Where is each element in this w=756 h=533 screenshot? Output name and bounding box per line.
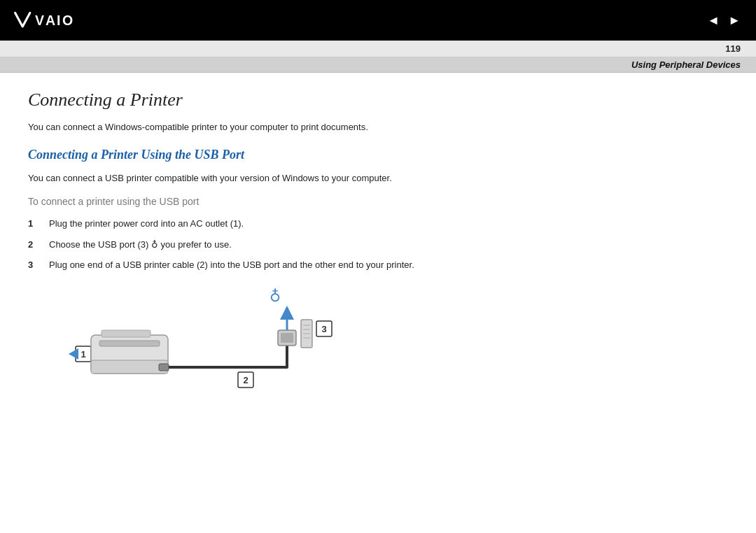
intro-text: You can connect a Windows-compatible pri…: [28, 120, 728, 134]
next-arrow[interactable]: ►: [725, 12, 743, 29]
step-1: 1 Plug the printer power cord into an AC…: [28, 217, 728, 231]
svg-text:O: O: [62, 13, 73, 28]
step-2: 2 Choose the USB port (3) ♁ you prefer t…: [28, 238, 728, 252]
section-title: Using Peripheral Devices: [631, 59, 741, 70]
page-heading: Connecting a Printer: [28, 90, 728, 111]
section-title-bar: Using Peripheral Devices: [0, 57, 756, 73]
step-1-text: Plug the printer power cord into an AC o…: [49, 217, 244, 231]
svg-rect-19: [281, 333, 293, 343]
step-3-text: Plug one end of a USB printer cable (2) …: [49, 258, 414, 272]
vaio-logo: V A I O: [13, 9, 88, 31]
svg-text:♁: ♁: [270, 287, 281, 305]
svg-text:V: V: [35, 13, 44, 28]
main-content: Connecting a Printer You can connect a W…: [0, 73, 756, 439]
svg-rect-10: [91, 360, 168, 374]
svg-text:1: 1: [80, 349, 85, 360]
page-number-bar: 119: [0, 41, 756, 57]
svg-rect-11: [102, 330, 150, 337]
section-heading: Connecting a Printer Using the USB Port: [28, 147, 728, 163]
svg-marker-20: [280, 306, 294, 320]
step-3-number: 3: [28, 258, 45, 272]
diagram-svg: 1 2: [49, 285, 441, 418]
svg-marker-6: [69, 348, 78, 360]
page-number: 119: [725, 43, 741, 54]
step-2-text: Choose the USB port (3) ♁ you prefer to …: [49, 238, 232, 252]
svg-rect-13: [159, 364, 169, 371]
header: V A I O ◄ ►: [0, 0, 756, 41]
nav-arrows[interactable]: ◄ ►: [704, 12, 743, 29]
svg-rect-9: [99, 341, 160, 346]
prev-arrow[interactable]: ◄: [704, 12, 722, 29]
step-1-number: 1: [28, 217, 45, 231]
diagram-area: 1 2: [28, 285, 728, 425]
step-2-number: 2: [28, 238, 45, 252]
svg-text:2: 2: [243, 375, 248, 385]
steps-list: 1 Plug the printer power cord into an AC…: [28, 217, 728, 272]
svg-text:A: A: [46, 13, 55, 28]
subsection-heading: To connect a printer using the USB port: [28, 196, 728, 207]
svg-text:3: 3: [321, 324, 326, 334]
svg-text:I: I: [57, 13, 60, 28]
section-text: You can connect a USB printer compatible…: [28, 171, 728, 185]
step-3: 3 Plug one end of a USB printer cable (2…: [28, 258, 728, 272]
